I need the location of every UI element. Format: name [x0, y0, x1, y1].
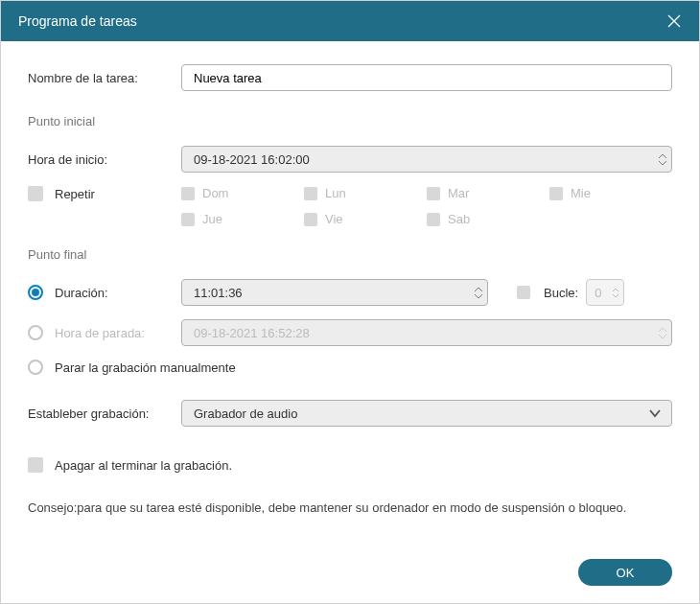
stop-time-value: 09-18-2021 16:52:28 — [194, 326, 652, 340]
start-time-value: 09-18-2021 16:02:00 — [194, 152, 652, 167]
day-label: Mar — [448, 186, 469, 200]
dialog-title: Programa de tareas — [18, 13, 137, 29]
duration-input[interactable]: 11:01:36 — [181, 279, 488, 306]
stop-time-radio[interactable] — [28, 325, 43, 340]
manual-stop-label: Parar la grabación manualmente — [55, 360, 236, 375]
start-section-heading: Punto inicial — [28, 114, 672, 128]
spinner-arrows-icon[interactable] — [658, 327, 667, 339]
set-recording-dropdown[interactable]: Grabador de audio — [181, 400, 672, 427]
stop-time-input[interactable]: 09-18-2021 16:52:28 — [181, 319, 672, 346]
day-label: Vie — [325, 212, 343, 226]
ok-button[interactable]: OK — [578, 559, 672, 586]
day-checkbox-vie[interactable] — [304, 213, 317, 226]
spinner-arrows-icon[interactable] — [658, 153, 667, 166]
day-checkbox-lun[interactable] — [304, 187, 317, 200]
duration-radio[interactable] — [28, 285, 43, 300]
loop-label: Bucle: — [544, 286, 578, 300]
day-label: Lun — [325, 186, 346, 200]
day-checkbox-mie[interactable] — [549, 187, 563, 200]
set-recording-label: Estableber grabación: — [28, 407, 181, 421]
task-name-label: Nombre de la tarea: — [28, 71, 181, 85]
spinner-arrows-icon[interactable] — [612, 288, 619, 298]
shutdown-checkbox[interactable] — [28, 457, 43, 473]
day-label: Dom — [202, 186, 228, 200]
day-label: Jue — [202, 212, 222, 226]
start-time-input[interactable]: 09-18-2021 16:02:00 — [181, 146, 672, 173]
loop-checkbox[interactable] — [517, 286, 530, 299]
day-checkbox-dom[interactable] — [181, 187, 195, 200]
loop-input[interactable]: 0 — [586, 279, 624, 306]
day-label: Sab — [448, 212, 470, 226]
titlebar: Programa de tareas — [1, 1, 699, 41]
dialog-body: Nombre de la tarea: Punto inicial Hora d… — [1, 41, 699, 603]
end-section-heading: Punto final — [28, 247, 672, 262]
day-checkbox-jue[interactable] — [181, 213, 195, 226]
day-checkbox-sab[interactable] — [427, 213, 440, 226]
task-name-input[interactable] — [181, 64, 672, 91]
repeat-label: Repetir — [55, 187, 95, 201]
stop-time-label: Hora de parada: — [55, 326, 145, 340]
tip-text: Consejo:para que su tarea esté disponibl… — [28, 499, 672, 517]
set-recording-value: Grabador de audio — [194, 407, 648, 421]
start-time-label: Hora de inicio: — [28, 152, 181, 167]
repeat-checkbox[interactable] — [28, 186, 43, 201]
day-grid: Dom Lun Mar Mie Jue Vie Sab — [181, 186, 672, 226]
duration-value: 11:01:36 — [194, 286, 468, 300]
day-checkbox-mar[interactable] — [427, 187, 440, 200]
task-scheduler-dialog: Programa de tareas Nombre de la tarea: P… — [0, 0, 700, 604]
shutdown-label: Apagar al terminar la grabación. — [55, 458, 232, 473]
close-icon[interactable] — [666, 13, 682, 29]
loop-value: 0 — [595, 286, 606, 300]
manual-stop-radio[interactable] — [28, 360, 43, 375]
day-label: Mie — [571, 186, 591, 200]
chevron-down-icon — [648, 407, 662, 421]
spinner-arrows-icon[interactable] — [474, 287, 483, 299]
duration-label: Duración: — [55, 286, 108, 300]
